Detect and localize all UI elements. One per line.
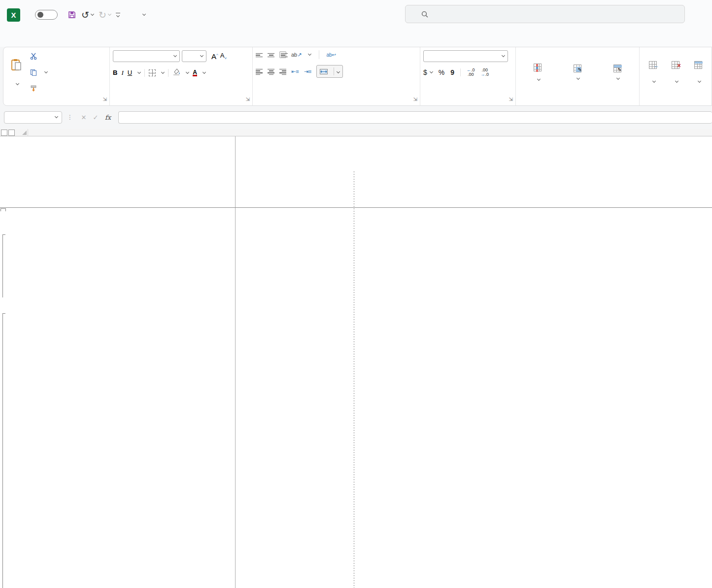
outline-level-buttons [0, 129, 20, 136]
paste-icon [10, 59, 22, 71]
title-bar: X ↺ ↻ [0, 0, 712, 30]
fill-color-dropdown[interactable] [186, 70, 189, 73]
outline-level-2-button[interactable] [8, 130, 15, 136]
accounting-dropdown[interactable] [430, 70, 433, 73]
formula-input[interactable] [118, 111, 712, 124]
insert-cells-button[interactable]: ← [645, 50, 661, 95]
search-box[interactable] [405, 5, 685, 23]
autosave-toggle[interactable] [35, 10, 58, 20]
name-box[interactable] [4, 111, 62, 124]
redo-button[interactable]: ↻ [99, 9, 111, 21]
fill-color-button[interactable] [172, 68, 180, 77]
format-painter-button[interactable] [28, 84, 49, 93]
font-color-dropdown[interactable] [203, 70, 206, 73]
styles-group: ✎ ✎ [516, 47, 640, 105]
conditional-formatting-button[interactable] [530, 50, 545, 95]
number-dialog-launcher[interactable]: ⇲ [509, 95, 513, 104]
delete-cells-button[interactable]: ✕ [668, 50, 683, 95]
formula-bar-divider: ⋮ [67, 114, 73, 121]
cell-styles-button[interactable]: ✎ [610, 50, 625, 95]
increase-font-size-button[interactable]: A^ [211, 52, 218, 61]
cancel-formula-button[interactable]: ✕ [78, 114, 90, 121]
format-cells-button[interactable] [690, 50, 706, 95]
select-all-triangle-icon [22, 131, 27, 135]
align-middle-button[interactable] [268, 52, 274, 58]
redo-icon: ↻ [99, 9, 106, 21]
save-button[interactable] [68, 10, 76, 19]
percent-style-button[interactable]: % [439, 68, 444, 76]
align-top-button[interactable] [256, 52, 263, 58]
comma-style-button[interactable]: 9 [450, 68, 454, 76]
underline-dropdown[interactable] [137, 70, 141, 73]
sheet-grid [0, 129, 712, 588]
merge-center-button[interactable] [316, 65, 343, 78]
page-break-vertical-line [354, 171, 354, 588]
format-as-table-icon: ✎ [574, 65, 581, 72]
accounting-format-button[interactable]: $ [423, 68, 427, 76]
clipboard-group: ⇲ [3, 47, 110, 105]
orientation-button[interactable]: ab↗ [291, 52, 302, 58]
copy-icon [30, 69, 37, 76]
save-icon [68, 10, 76, 19]
align-right-button[interactable] [279, 68, 286, 75]
toggle-knob-icon [37, 12, 43, 18]
enter-formula-button[interactable]: ✓ [90, 114, 102, 121]
alignment-group: ab↗ ab↩ ⇤≡ ⇥≡ ⇲ [253, 47, 420, 105]
select-all-corner[interactable] [20, 129, 28, 136]
conditional-formatting-icon [534, 64, 542, 71]
wrap-text-icon: ab↩ [326, 52, 336, 58]
align-bottom-button[interactable] [279, 51, 286, 59]
italic-button[interactable]: I [121, 69, 123, 77]
font-color-button[interactable]: A [193, 69, 197, 76]
align-center-button[interactable] [268, 68, 274, 75]
decrease-decimal-button[interactable]: .00→.0 [481, 68, 489, 77]
borders-dropdown[interactable] [161, 70, 165, 73]
format-as-table-button[interactable]: ✎ [570, 50, 585, 95]
align-left-button[interactable] [256, 68, 263, 75]
document-title[interactable] [141, 14, 145, 15]
font-dialog-launcher[interactable]: ⇲ [246, 95, 250, 104]
wrap-text-button[interactable]: ab↩ [324, 51, 341, 59]
underline-button[interactable]: U [128, 69, 132, 76]
alignment-dialog-launcher[interactable]: ⇲ [413, 95, 417, 104]
excel-window: X ↺ ↻ [0, 0, 712, 588]
clipboard-dialog-launcher[interactable]: ⇲ [103, 95, 107, 104]
cut-icon [30, 53, 37, 60]
freeze-pane-split[interactable] [0, 207, 712, 208]
decrease-font-size-button[interactable]: A˅ [220, 52, 227, 61]
undo-button[interactable]: ↺ [81, 9, 94, 21]
cut-button[interactable] [28, 52, 49, 61]
borders-button[interactable] [149, 69, 156, 76]
excel-logo-icon[interactable]: X [7, 8, 20, 22]
main-rows [0, 211, 712, 588]
paste-button[interactable] [6, 50, 26, 95]
insert-cells-icon: ← [649, 61, 657, 69]
undo-icon: ↺ [81, 9, 89, 21]
delete-cells-icon: ✕ [672, 61, 679, 69]
outline-bracket [2, 234, 3, 297]
customize-qat-button[interactable] [116, 13, 120, 17]
column-headers [0, 129, 712, 136]
decrease-indent-button[interactable]: ⇤≡ [291, 68, 299, 75]
increase-decimal-button[interactable]: ←.0.00 [467, 68, 475, 77]
partial-row [0, 208, 712, 211]
format-cells-icon [694, 61, 702, 69]
outline-bracket [2, 313, 3, 588]
copy-button[interactable] [28, 68, 49, 77]
formula-bar: ⋮ ✕ ✓ fx [0, 108, 712, 127]
outline-level-1-button[interactable] [1, 130, 7, 136]
ribbon: ⇲ A^ A˅ B I U A [3, 47, 712, 106]
merge-center-icon [320, 69, 328, 74]
fill-color-icon [172, 68, 180, 75]
font-size-select[interactable] [182, 50, 206, 62]
orientation-dropdown[interactable] [308, 52, 311, 56]
increase-indent-button[interactable]: ⇥≡ [304, 68, 312, 75]
font-family-select[interactable] [113, 50, 180, 62]
menu-bar [0, 30, 712, 47]
cell-styles-icon: ✎ [613, 65, 621, 72]
search-icon [421, 11, 428, 18]
number-format-select[interactable] [423, 50, 508, 62]
number-group: $ % 9 ←.0.00 .00→.0 ⇲ [420, 47, 516, 105]
insert-function-button[interactable]: fx [102, 114, 114, 121]
bold-button[interactable]: B [113, 69, 117, 76]
